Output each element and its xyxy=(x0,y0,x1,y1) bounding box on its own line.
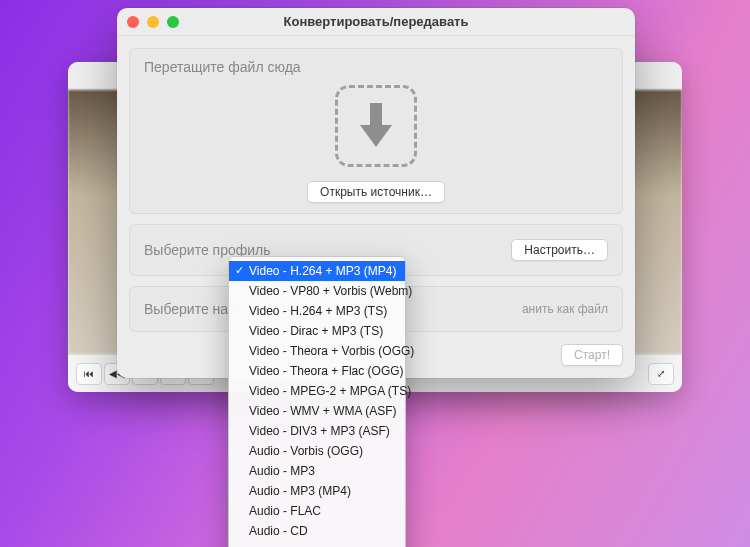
drop-panel: Перетащите файл сюда Открыть источник… xyxy=(129,48,623,214)
save-as-file-radio[interactable]: анить как файл xyxy=(522,302,608,316)
profile-option[interactable]: Audio - MP3 (MP4) xyxy=(229,481,405,501)
customize-profile-button[interactable]: Настроить… xyxy=(511,239,608,261)
profile-option[interactable]: Audio - MP3 xyxy=(229,461,405,481)
profile-option[interactable]: другое xyxy=(229,541,405,547)
profile-dropdown-popup[interactable]: Video - H.264 + MP3 (MP4)Video - VP80 + … xyxy=(228,256,406,547)
drop-label: Перетащите файл сюда xyxy=(144,59,608,75)
profile-option[interactable]: Audio - Vorbis (OGG) xyxy=(229,441,405,461)
save-as-file-label: анить как файл xyxy=(522,302,608,316)
profile-option[interactable]: Video - Theora + Flac (OGG) xyxy=(229,361,405,381)
profile-option[interactable]: Video - H.264 + MP3 (TS) xyxy=(229,301,405,321)
window-controls xyxy=(127,16,179,28)
window-title: Конвертировать/передавать xyxy=(117,14,635,29)
download-arrow-icon xyxy=(356,101,396,151)
profile-option[interactable]: Video - WMV + WMA (ASF) xyxy=(229,401,405,421)
titlebar: Конвертировать/передавать xyxy=(117,8,635,36)
open-media-button[interactable]: Открыть источник… xyxy=(307,181,445,203)
close-icon[interactable] xyxy=(127,16,139,28)
prev-button[interactable]: ⏮ xyxy=(76,363,102,385)
profile-option[interactable]: Audio - CD xyxy=(229,521,405,541)
profile-option[interactable]: Video - Theora + Vorbis (OGG) xyxy=(229,341,405,361)
profile-option[interactable]: Audio - FLAC xyxy=(229,501,405,521)
profile-option[interactable]: Video - Dirac + MP3 (TS) xyxy=(229,321,405,341)
fullscreen-button[interactable]: ⤢ xyxy=(648,363,674,385)
profile-option[interactable]: Video - VP80 + Vorbis (Webm) xyxy=(229,281,405,301)
maximize-icon[interactable] xyxy=(167,16,179,28)
profile-option[interactable]: Video - H.264 + MP3 (MP4) xyxy=(229,261,405,281)
minimize-icon[interactable] xyxy=(147,16,159,28)
profile-option[interactable]: Video - MPEG-2 + MPGA (TS) xyxy=(229,381,405,401)
drop-zone[interactable] xyxy=(335,85,417,167)
profile-option[interactable]: Video - DIV3 + MP3 (ASF) xyxy=(229,421,405,441)
start-button[interactable]: Старт! xyxy=(561,344,623,366)
